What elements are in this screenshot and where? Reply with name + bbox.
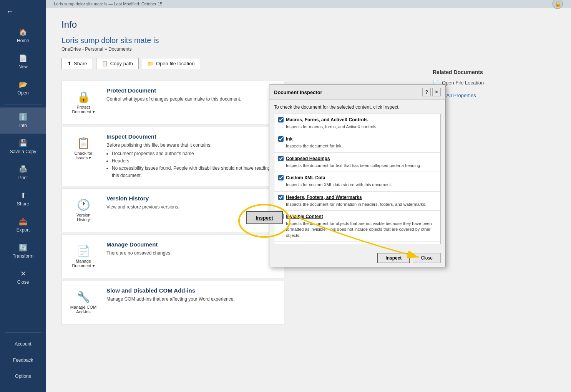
content-area: Info Loris sump dolor sits mate is OneDr…	[46, 8, 571, 392]
dialog-item-headers-label: Headers, Footers, and Watermarks	[286, 195, 362, 200]
version-desc: View and restore previous versions.	[106, 204, 278, 210]
action-buttons: ⬆ Share 📋 Copy path 📁 Open file location	[61, 58, 556, 69]
check-issues-icon: 📋	[77, 137, 90, 149]
sidebar-item-new-label: New	[18, 64, 28, 69]
share-button[interactable]: ⬆ Share	[61, 58, 93, 69]
sidebar-item-info[interactable]: ℹ️ Info	[0, 108, 46, 134]
feedback-label: Feedback	[13, 357, 33, 363]
com-section: 🔧 Manage COMAdd-ins Slow and Disabled CO…	[61, 281, 284, 324]
dialog-item-headers-desc: Inspects the document for information in…	[286, 202, 437, 207]
sidebar-item-save-copy[interactable]: 💾 Save a Copy	[0, 134, 46, 160]
document-inspector-dialog: Document Inspector ? ✕ To check the docu…	[269, 84, 446, 267]
protect-title: Protect Document	[106, 87, 278, 94]
sidebar: ← 🏠 Home 📄 New 📂 Open ℹ️ Info 💾 Save a C…	[0, 0, 46, 392]
dialog-item-collapsed-header: Collapsed Headings	[278, 156, 437, 161]
dialog-item-invisible: Invisible Content Inspects the document …	[274, 211, 440, 242]
dialog-item-customxml-desc: Inspects for custom XML data stored with…	[286, 182, 437, 188]
dialog-item-customxml: Custom XML Data Inspects for custom XML …	[274, 172, 440, 191]
inspect-icon-box[interactable]: 📋 Check forIssues ▾	[68, 133, 99, 164]
sidebar-item-open-label: Open	[17, 90, 28, 96]
dialog-item-invisible-label: Invisible Content	[286, 214, 323, 219]
com-icon: 🔧	[77, 291, 90, 303]
dialog-item-collapsed-label: Collapsed Headings	[286, 156, 330, 161]
page-title: Info	[61, 19, 556, 30]
protect-content: Protect Document Control what types of c…	[106, 87, 278, 103]
sidebar-item-home[interactable]: 🏠 Home	[0, 23, 46, 49]
sidebar-item-feedback[interactable]: Feedback	[0, 352, 46, 368]
inspect-list-item-2: Headers	[112, 157, 278, 165]
share-btn-icon: ⬆	[67, 61, 71, 66]
open-location-button[interactable]: 📁 Open file location	[142, 58, 200, 69]
copy-path-button[interactable]: 📋 Copy path	[96, 58, 139, 69]
dialog-item-ink-desc: Inspects the document for Ink.	[286, 143, 437, 149]
sidebar-item-share[interactable]: ⬆ Share	[0, 186, 46, 212]
save-copy-icon: 💾	[19, 139, 27, 147]
manage-icon-label: ManageDocument ▾	[72, 259, 95, 268]
version-section: 🕐 VersionHistory Version History View an…	[61, 189, 284, 232]
sidebar-item-export[interactable]: 📤 Export	[0, 212, 46, 238]
sidebar-item-options[interactable]: Options	[0, 368, 46, 384]
dialog-close-button[interactable]: ✕	[432, 88, 441, 96]
dialog-item-macros: Macros, Forms, and ActiveX Controls Insp…	[274, 114, 440, 133]
dialog-titlebar: Document Inspector ? ✕	[269, 85, 445, 100]
manage-icon-box[interactable]: 📄 ManageDocument ▾	[68, 241, 99, 272]
dialog-checkbox-invisible[interactable]	[278, 214, 284, 219]
manage-section: 📄 ManageDocument ▾ Manage Document There…	[61, 235, 284, 278]
version-icon: 🕐	[77, 198, 90, 211]
home-icon: 🏠	[19, 28, 27, 36]
dialog-checkbox-customxml[interactable]	[278, 175, 284, 180]
inspect-button[interactable]: Inspect	[377, 253, 410, 263]
dialog-item-headers-header: Headers, Footers, and Watermarks	[278, 195, 437, 200]
open-icon: 📂	[19, 80, 27, 89]
protect-icon: 🔒	[77, 91, 90, 103]
check-issues-label: Check forIssues ▾	[74, 151, 92, 160]
manage-icon: 📄	[77, 245, 90, 257]
export-icon: 📤	[19, 217, 27, 226]
protect-section: 🔒 ProtectDocument ▾ Protect Document Con…	[61, 81, 284, 124]
close-icon: ✕	[20, 270, 26, 278]
dialog-controls: ? ✕	[422, 88, 441, 96]
dialog-item-headers: Headers, Footers, and Watermarks Inspect…	[274, 192, 440, 211]
open-location-icon: 📁	[148, 61, 154, 66]
sidebar-item-new[interactable]: 📄 New	[0, 49, 46, 75]
dialog-checkbox-collapsed[interactable]	[278, 156, 284, 161]
dialog-checkbox-macros[interactable]	[278, 117, 284, 122]
dialog-checkbox-ink[interactable]	[278, 136, 284, 142]
manage-content: Manage Document There are no unsaved cha…	[106, 241, 278, 256]
open-file-location-link[interactable]: 📄 Open File Location	[433, 80, 556, 86]
back-button[interactable]: ←	[0, 0, 46, 23]
version-icon-box[interactable]: 🕐 VersionHistory	[68, 195, 99, 226]
protect-icon-label: ProtectDocument ▾	[72, 105, 95, 114]
sidebar-item-save-label: Save a Copy	[10, 149, 37, 154]
sidebar-item-print[interactable]: 🖨️ Print	[0, 160, 46, 186]
share-btn-label: Share	[74, 61, 87, 66]
dialog-item-collapsed: Collapsed Headings Inspects the document…	[274, 153, 440, 172]
sidebar-item-open[interactable]: 📂 Open	[0, 75, 46, 101]
dialog-help-button[interactable]: ?	[422, 88, 431, 96]
sidebar-item-transform[interactable]: 🔄 Transform	[0, 238, 46, 264]
account-label: Account	[15, 341, 31, 347]
new-icon: 📄	[19, 54, 27, 63]
dialog-item-customxml-label: Custom XML Data	[286, 175, 325, 180]
sidebar-item-account[interactable]: Account	[0, 336, 46, 352]
sidebar-divider-1	[5, 104, 41, 104]
inspect-title: Inspect Document	[106, 133, 278, 140]
sidebar-item-close[interactable]: ✕ Close	[0, 264, 46, 290]
topbar: Loris sump dolor sits mate is — Last Mod…	[46, 0, 571, 8]
dialog-footer: Inspect Close	[269, 249, 445, 267]
version-title: Version History	[106, 195, 278, 202]
right-panel: Related Documents 📄 Open File Location S…	[433, 69, 556, 99]
transform-icon: 🔄	[19, 243, 27, 252]
dialog-close-footer-button[interactable]: Close	[413, 253, 441, 263]
copy-path-label: Copy path	[110, 61, 133, 66]
com-icon-label: Manage COMAdd-ins	[70, 305, 96, 314]
dialog-item-collapsed-desc: Inspects the document for text that has …	[286, 163, 437, 169]
dialog-item-customxml-header: Custom XML Data	[278, 175, 437, 180]
dialog-item-macros-desc: Inspects for macros, forms, and ActiveX …	[286, 124, 437, 130]
inspect-list: Document properties and author's name He…	[106, 150, 278, 180]
sidebar-item-print-label: Print	[18, 175, 28, 180]
dialog-checkbox-headers[interactable]	[278, 195, 284, 200]
protect-icon-box[interactable]: 🔒 ProtectDocument ▾	[68, 87, 99, 118]
com-icon-box[interactable]: 🔧 Manage COMAdd-ins	[68, 287, 99, 318]
sidebar-item-home-label: Home	[17, 38, 29, 43]
